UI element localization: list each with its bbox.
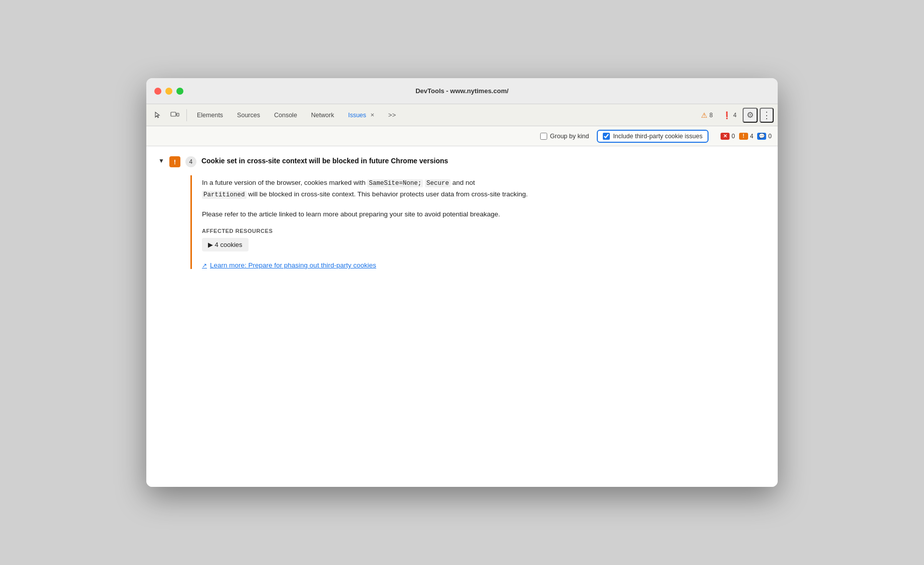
settings-icon: ⚙ [747, 110, 754, 120]
warning-badge-count: 4 [750, 133, 754, 140]
cookies-expand-button[interactable]: ▶ 4 cookies [202, 238, 249, 251]
error-badge-count: 0 [732, 133, 735, 140]
error-count: 4 [733, 112, 737, 119]
tab-issues[interactable]: Issues ✕ [342, 108, 382, 122]
filter-info-badge[interactable]: 💬 0 [757, 133, 772, 140]
partitioned-code: Partitioned [202, 191, 247, 199]
error-badge-icon: ✕ [721, 133, 730, 140]
info-badge-icon: 💬 [757, 133, 766, 140]
filter-bar: Group by kind Include third-party cookie… [146, 126, 778, 146]
group-by-kind-label[interactable]: Group by kind [540, 133, 589, 140]
include-third-party-container: Include third-party cookie issues [597, 130, 709, 143]
issue-count-badge: 4 [185, 156, 196, 167]
issue-group-header: ▼ ! 4 Cookie set in cross-site context w… [158, 156, 766, 167]
more-tabs-button[interactable]: >> [384, 109, 400, 121]
include-third-party-checkbox[interactable] [603, 133, 610, 140]
affected-resources-label: AFFECTED RESOURCES [202, 228, 766, 234]
minimize-button[interactable] [165, 88, 172, 95]
maximize-button[interactable] [176, 88, 183, 95]
tab-elements[interactable]: Elements [191, 109, 229, 122]
select-element-icon[interactable] [150, 108, 165, 123]
title-bar: DevTools - www.nytimes.com/ [146, 78, 778, 104]
devtools-window: DevTools - www.nytimes.com/ Elements Sou… [146, 78, 778, 487]
toolbar-divider [186, 109, 187, 121]
secure-code: Secure [425, 179, 450, 187]
warning-badge-icon: ! [739, 133, 748, 140]
issue-description-p2: Please refer to the article linked to le… [202, 209, 766, 220]
info-badge-count: 0 [768, 133, 772, 140]
tab-console[interactable]: Console [268, 109, 303, 122]
error-icon: ❗ [723, 111, 731, 119]
warning-badge-button[interactable]: ⚠ 8 [697, 109, 717, 121]
settings-button[interactable]: ⚙ [743, 108, 758, 123]
group-by-kind-checkbox[interactable] [540, 133, 547, 140]
tab-issues-close[interactable]: ✕ [368, 111, 376, 119]
filter-error-badge[interactable]: ✕ 0 [721, 133, 735, 140]
error-badge-button[interactable]: ❗ 4 [719, 109, 741, 121]
warning-count: 8 [710, 112, 713, 119]
issue-description-p1: In a future version of the browser, cook… [202, 177, 766, 201]
external-link-icon: ↗ [202, 262, 207, 269]
tab-network[interactable]: Network [305, 109, 340, 122]
device-toolbar-icon[interactable] [167, 108, 182, 123]
traffic-lights [154, 88, 183, 95]
toolbar: Elements Sources Console Network Issues … [146, 104, 778, 126]
kebab-icon: ⋮ [762, 110, 771, 121]
issue-title: Cookie set in cross-site context will be… [201, 156, 448, 165]
filter-badges: ✕ 0 ! 4 💬 0 [721, 133, 772, 140]
svg-rect-0 [171, 112, 176, 116]
expand-arrow[interactable]: ▼ [158, 156, 164, 164]
learn-more-link[interactable]: ↗ Learn more: Prepare for phasing out th… [202, 261, 766, 269]
close-button[interactable] [154, 88, 161, 95]
svg-rect-1 [177, 113, 179, 116]
samesite-code: SameSite=None; [367, 179, 423, 187]
window-title: DevTools - www.nytimes.com/ [415, 87, 509, 95]
filter-warning-badge[interactable]: ! 4 [739, 133, 754, 140]
main-content: ▼ ! 4 Cookie set in cross-site context w… [146, 146, 778, 487]
issue-body: In a future version of the browser, cook… [190, 175, 766, 269]
warning-icon: ⚠ [701, 111, 708, 119]
issue-warning-badge: ! [169, 156, 180, 167]
tab-sources[interactable]: Sources [231, 109, 266, 122]
kebab-menu-button[interactable]: ⋮ [760, 108, 774, 123]
